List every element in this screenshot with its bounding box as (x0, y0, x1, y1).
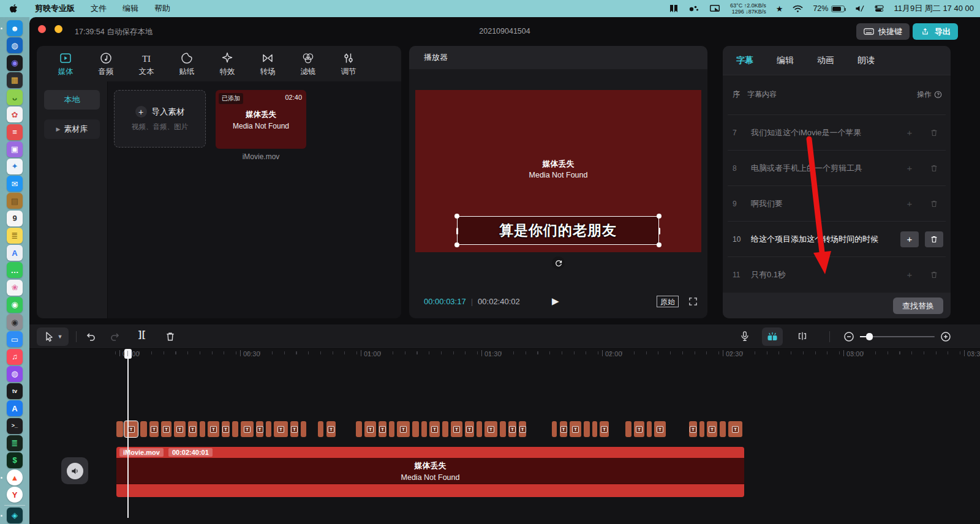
tab-音频[interactable]: 音频 (86, 51, 126, 77)
text-clip[interactable]: T (161, 421, 172, 437)
record-voiceover-button[interactable] (739, 330, 751, 342)
battery-indicator[interactable]: 72% (813, 4, 845, 13)
dock-icon-terminal-alt[interactable]: ≣ (0, 435, 29, 452)
tab-文本[interactable]: TI文本 (126, 51, 167, 77)
text-clip[interactable]: T (222, 421, 230, 437)
text-clip[interactable]: T (188, 421, 197, 437)
sidebar-item-local[interactable]: 本地 (44, 90, 100, 110)
subtitle-row-7[interactable]: 7我们知道这个iMovie是一个苹果+ (728, 114, 946, 150)
dock-icon-color-wheel[interactable]: ✿ (0, 106, 29, 123)
dock-icon-safari[interactable]: ✦ (0, 158, 29, 175)
add-subtitle-button[interactable]: + (900, 125, 919, 141)
text-clip[interactable]: T (634, 421, 644, 437)
zoom-in-icon[interactable] (940, 331, 952, 343)
text-clip[interactable] (477, 421, 482, 437)
text-clip[interactable]: T (429, 421, 440, 437)
play-button[interactable]: ▶ (552, 296, 559, 307)
find-replace-button[interactable]: 查找替换 (893, 298, 943, 314)
dock-icon-reminders[interactable]: ≣ (0, 227, 29, 244)
split-clip-button[interactable]: ][ (138, 329, 146, 339)
dock-icon-keynote[interactable]: ▭ (0, 331, 29, 348)
text-clip[interactable] (412, 421, 419, 437)
subtitle-row-11[interactable]: 11只有0.1秒+ (728, 256, 946, 292)
text-clip[interactable] (389, 421, 394, 437)
text-clip[interactable] (421, 421, 427, 437)
import-media-button[interactable]: + 导入素材 视频、音频、图片 (114, 90, 206, 148)
add-subtitle-button[interactable]: + (900, 231, 919, 247)
dock-icon-pages[interactable]: A (0, 244, 29, 261)
text-clip[interactable] (266, 421, 271, 437)
text-clip[interactable]: T (326, 421, 336, 437)
text-clip[interactable] (301, 421, 306, 437)
dock-icon-apple-tv[interactable]: tv (0, 383, 29, 400)
text-clip[interactable]: T (274, 421, 288, 437)
subtitle-tab-朗读[interactable]: 朗读 (858, 55, 875, 66)
video-track-imovie[interactable]: iMovie.mov 00:02:40:01 媒体丢失 Media Not Fo… (116, 447, 744, 497)
help-icon[interactable] (934, 91, 942, 99)
original-ratio-button[interactable]: 原始 (657, 296, 679, 307)
resize-handle[interactable] (657, 214, 662, 219)
text-clip[interactable] (592, 421, 597, 437)
text-clip[interactable] (442, 421, 448, 437)
playhead-handle[interactable] (124, 349, 132, 359)
subtitle-text[interactable]: 给这个项目添加这个转场时间的时候 (751, 234, 900, 245)
subtitle-row-9[interactable]: 9啊我们要+ (728, 185, 946, 221)
star-menu-icon[interactable]: ★ (776, 4, 783, 13)
menubar-app-name[interactable]: 剪映专业版 (35, 3, 75, 14)
text-clip[interactable] (318, 421, 323, 437)
dock-icon-podcasts[interactable]: ◍ (0, 365, 29, 383)
delete-subtitle-button[interactable] (925, 125, 943, 141)
text-clip[interactable] (356, 421, 362, 437)
text-clip[interactable]: T (397, 421, 410, 437)
text-clip[interactable]: T (149, 421, 159, 437)
text-clip[interactable]: T (208, 421, 219, 437)
text-clip[interactable] (140, 421, 147, 437)
tab-转场[interactable]: 转场 (247, 51, 288, 77)
delete-subtitle-button[interactable] (925, 267, 943, 283)
tab-滤镜[interactable]: 滤镜 (288, 51, 328, 77)
tab-特效[interactable]: 特效 (207, 51, 247, 77)
text-clip[interactable]: T (570, 421, 581, 437)
sidebar-item-library[interactable]: ▶ 素材库 (44, 119, 100, 139)
tab-媒体[interactable]: 媒体 (45, 51, 86, 77)
text-clip[interactable]: T (560, 421, 567, 437)
subtitle-tab-字幕[interactable]: 字幕 (736, 55, 753, 66)
text-clip[interactable]: T (728, 421, 742, 437)
delete-subtitle-button[interactable] (925, 196, 943, 212)
track-mute-button[interactable] (61, 457, 88, 484)
dock-icon-siri[interactable]: ◉ (0, 54, 29, 71)
dock-icon-finder[interactable]: ☻ (0, 20, 29, 37)
resize-handle[interactable] (454, 242, 459, 247)
menubar-menu-编辑[interactable]: 编辑 (123, 3, 138, 14)
dock-icon-notes-leather[interactable]: ▤ (0, 192, 29, 209)
timeline-zoom-slider[interactable] (860, 336, 935, 337)
playhead[interactable] (127, 349, 129, 518)
control-center-icon[interactable] (875, 5, 884, 12)
text-clip[interactable]: T (465, 421, 474, 437)
text-clip[interactable]: T (451, 421, 462, 437)
menubar-menu-帮助[interactable]: 帮助 (154, 3, 170, 14)
auto-caption-button[interactable] (762, 328, 783, 346)
add-subtitle-button[interactable]: + (900, 160, 919, 176)
text-clip[interactable]: T (256, 421, 263, 437)
undo-button[interactable] (85, 331, 97, 343)
text-clip[interactable] (720, 421, 726, 437)
text-clip[interactable]: T (484, 421, 497, 437)
delete-subtitle-button[interactable] (925, 231, 943, 247)
media-item-imovie[interactable]: 已添加 02:40 媒体丢失 Media Not Found (216, 90, 306, 149)
timeline-ruler[interactable]: 00:0000:3001:0001:3002:0002:3003:0003:30 (29, 349, 980, 361)
menubar-clock[interactable]: 11月9日 周二 17 40 00 (894, 3, 974, 14)
text-clip[interactable] (647, 421, 652, 437)
resize-handle[interactable] (454, 214, 459, 219)
tab-贴纸[interactable]: 贴纸 (167, 51, 207, 77)
dock-icon-messages[interactable]: … (0, 261, 29, 279)
text-clip[interactable] (200, 421, 205, 437)
dock-icon-launchpad[interactable]: ▦ (0, 72, 29, 89)
subtitle-selection-box[interactable]: 算是你们的老朋友 (457, 216, 659, 245)
window-tiles-icon[interactable] (669, 4, 679, 13)
text-clip[interactable] (232, 421, 238, 437)
add-subtitle-button[interactable]: + (900, 196, 919, 212)
text-clip[interactable] (116, 421, 123, 437)
system-stats[interactable]: 63°C ↑2.0KB/s 1296 ↓87KB/s (730, 2, 766, 15)
dock-icon-yandex[interactable]: Y (0, 486, 29, 503)
